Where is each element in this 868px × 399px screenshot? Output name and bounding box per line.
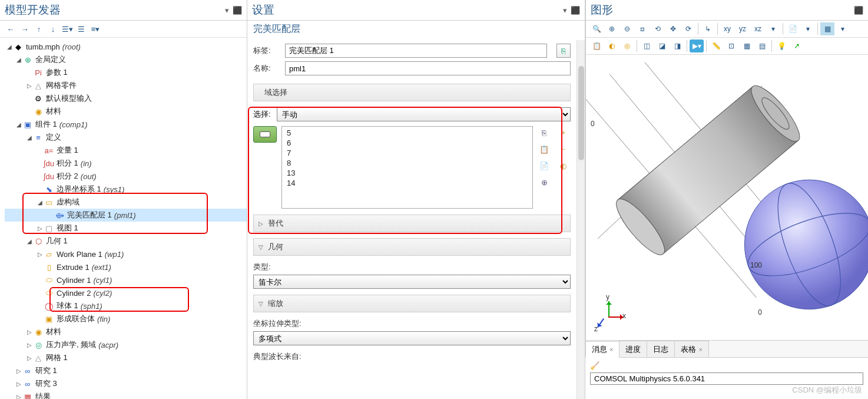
- tree-virtual[interactable]: ◢▭虚构域: [5, 196, 247, 209]
- tree-fin[interactable]: ▣形成联合体(fin): [5, 312, 247, 325]
- yz-view-button[interactable]: yz: [736, 22, 750, 35]
- stretch-select[interactable]: 多项式: [253, 331, 571, 345]
- tree-materials[interactable]: ◉材料: [5, 105, 247, 118]
- active-toggle-button[interactable]: [253, 126, 277, 143]
- list-item[interactable]: 14: [284, 178, 530, 188]
- tree-view1[interactable]: ▷▢视图 1: [5, 222, 247, 235]
- show-button[interactable]: ◪: [655, 39, 669, 52]
- zoom-sel-button[interactable]: ⊕: [538, 176, 551, 189]
- view-dd-button[interactable]: ▾: [766, 22, 780, 35]
- tab-table[interactable]: 表格×: [674, 341, 708, 357]
- name-input[interactable]: [285, 61, 571, 75]
- trans-button[interactable]: ◨: [670, 39, 684, 52]
- tab-progress[interactable]: 进度: [619, 341, 647, 357]
- rotate-button[interactable]: ⟳: [681, 22, 695, 35]
- minimize-icon[interactable]: ▾: [225, 6, 229, 15]
- type-select[interactable]: 笛卡尔: [253, 275, 571, 289]
- zoom-box-button[interactable]: ⧈: [635, 22, 650, 35]
- tree-int1[interactable]: ∫du积分 1(in): [5, 157, 247, 170]
- tree-comp1[interactable]: ◢▣组件 1(comp1): [5, 118, 247, 131]
- tree-study3[interactable]: ▷∞研究 3: [5, 377, 247, 390]
- tree-global[interactable]: ◢⊕全局定义: [5, 53, 247, 66]
- list-item[interactable]: 7: [284, 148, 530, 158]
- tree-mesh1[interactable]: ▷△网格 1: [5, 351, 247, 364]
- tree-var1[interactable]: a=变量 1: [5, 144, 247, 157]
- zoom-extents-button[interactable]: 🔍: [589, 22, 604, 35]
- paste-button[interactable]: 📋: [538, 143, 551, 156]
- tree-acpr[interactable]: ▷◎压力声学, 频域(acpr): [5, 338, 247, 351]
- xy-view-button[interactable]: xy: [720, 22, 734, 35]
- collapse-button[interactable]: ☰▾: [61, 23, 73, 35]
- tree-mat[interactable]: ▷◉材料: [5, 325, 247, 338]
- save-img-button[interactable]: 📄: [786, 22, 800, 35]
- tree-pml1[interactable]: ⟴完美匹配层 1(pml1): [5, 209, 247, 222]
- snap-button[interactable]: ⊡: [724, 39, 738, 52]
- list-item[interactable]: 5: [284, 128, 530, 138]
- close-icon[interactable]: ×: [609, 346, 613, 353]
- copy-button[interactable]: ⎘: [538, 126, 551, 139]
- measure-button[interactable]: 📏: [709, 39, 723, 52]
- tab-log[interactable]: 日志: [647, 341, 675, 357]
- tree-meshparts[interactable]: ▷△网格零件: [5, 79, 247, 92]
- arrow-button[interactable]: ↗: [790, 39, 804, 52]
- light-button[interactable]: 💡: [774, 39, 789, 52]
- sel-all-button[interactable]: ◎: [620, 39, 634, 52]
- tree-cyl1[interactable]: ⬭Cylinder 1(cyl1): [5, 273, 247, 286]
- clip-dd-button[interactable]: ▾: [836, 22, 850, 35]
- tab-messages[interactable]: 消息×: [585, 341, 619, 358]
- toggle-button[interactable]: ◐: [556, 159, 569, 172]
- list-item[interactable]: 13: [284, 168, 530, 178]
- hide-button[interactable]: ◫: [640, 39, 654, 52]
- clear-button[interactable]: 📄: [538, 159, 551, 172]
- tree-params[interactable]: Pi参数 1: [5, 66, 247, 79]
- select-dropdown[interactable]: 手动: [277, 107, 571, 121]
- section-domain[interactable]: 域选择: [253, 84, 571, 101]
- tree-definitions[interactable]: ◢≡定义: [5, 131, 247, 144]
- tree-wp1[interactable]: ▷▱Work Plane 1(wp1): [5, 248, 247, 260]
- nav-fwd-button[interactable]: →: [19, 23, 31, 35]
- tree-default-inputs[interactable]: ⚙默认模型输入: [5, 92, 247, 105]
- go-button[interactable]: ↳: [701, 22, 715, 35]
- pan-button[interactable]: ✥: [666, 22, 680, 35]
- pin-icon[interactable]: ⬛: [571, 6, 580, 15]
- sel-toggle-button[interactable]: ◐: [605, 39, 619, 52]
- expand-button[interactable]: ☰: [75, 23, 87, 35]
- domain-listbox[interactable]: 5 6 7 8 13 14: [281, 126, 533, 209]
- close-icon[interactable]: ×: [698, 346, 702, 353]
- nav-down-button[interactable]: ↓: [47, 23, 59, 35]
- section-override[interactable]: ▷ 替代: [253, 215, 571, 232]
- list-item[interactable]: 8: [284, 158, 530, 168]
- link-button[interactable]: ⎘: [556, 44, 571, 58]
- section-geom[interactable]: ▽ 几何: [253, 238, 571, 256]
- tree-sph1[interactable]: ◯球体 1(sph1): [5, 299, 247, 312]
- list-item[interactable]: 6: [284, 138, 530, 148]
- tree-results[interactable]: ▷▦结果: [5, 390, 247, 399]
- reset-button[interactable]: ⟲: [651, 22, 665, 35]
- tree-cyl2[interactable]: ⬭Cylinder 2(cyl2): [5, 286, 247, 299]
- label-input[interactable]: [285, 44, 547, 58]
- grid-button[interactable]: ▦: [740, 39, 754, 52]
- zoom-out-button[interactable]: ⊖: [620, 22, 634, 35]
- tree-int2[interactable]: ∫du积分 2(out): [5, 170, 247, 183]
- remove-button[interactable]: －: [556, 143, 569, 156]
- clip-button[interactable]: ▦: [820, 22, 834, 35]
- broom-icon[interactable]: 🧹: [590, 361, 863, 370]
- save-img-dd-button[interactable]: ▾: [801, 22, 815, 35]
- settings-scrollbar[interactable]: [577, 40, 585, 399]
- tree-ext1[interactable]: ▯Extrude 1(ext1): [5, 260, 247, 273]
- tree-study1[interactable]: ▷∞研究 1: [5, 364, 247, 377]
- section-scale[interactable]: ▽ 缩放: [253, 295, 571, 312]
- tree-root[interactable]: ◢◆tumb.mph(root): [5, 40, 247, 53]
- axes-button[interactable]: ▤: [755, 39, 769, 52]
- zoom-in-button[interactable]: ⊕: [605, 22, 619, 35]
- pin-icon[interactable]: ⬛: [233, 6, 242, 15]
- tree-sys1[interactable]: ⬊边界坐标系 1(sys1): [5, 183, 247, 196]
- play-button[interactable]: ▶▾: [690, 39, 704, 52]
- tree-geom[interactable]: ◢⬡几何 1: [5, 235, 247, 248]
- xz-view-button[interactable]: xz: [751, 22, 765, 35]
- nav-up-button[interactable]: ↑: [33, 23, 45, 35]
- minimize-icon[interactable]: ▾: [563, 6, 567, 15]
- model-tree[interactable]: ◢◆tumb.mph(root) ◢⊕全局定义 Pi参数 1 ▷△网格零件 ⚙默…: [0, 38, 247, 399]
- pin-icon[interactable]: ⬛: [854, 6, 863, 15]
- add-button[interactable]: ＋: [556, 126, 569, 139]
